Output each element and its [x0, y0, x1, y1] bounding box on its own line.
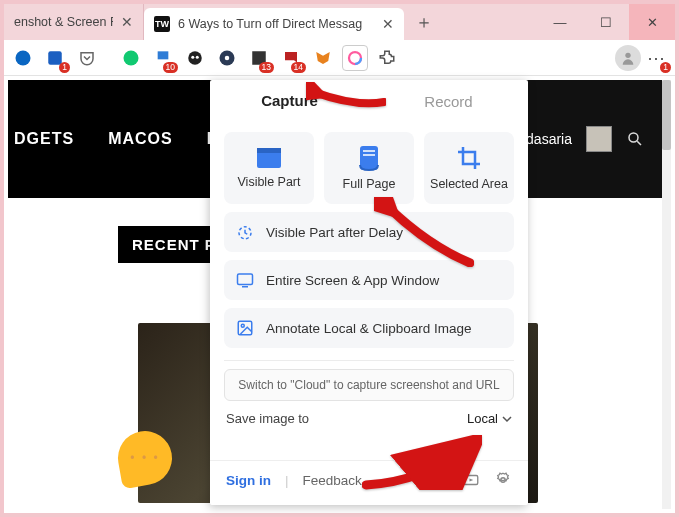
pocket-icon[interactable] [74, 45, 100, 71]
panel-footer: Sign in | Feedback [210, 460, 528, 499]
svg-rect-20 [238, 274, 253, 285]
annotate-image-button[interactable]: Annotate Local & Clipboard Image [224, 308, 514, 348]
screen-icon [236, 271, 254, 289]
gear-icon[interactable] [494, 471, 512, 489]
card-label: Visible Part [238, 175, 301, 189]
feedback-link[interactable]: Feedback [303, 473, 362, 488]
browser-toolbar: 1 10 13 14 ⋯1 [4, 40, 675, 76]
svg-rect-17 [363, 150, 375, 152]
svg-point-5 [191, 55, 194, 58]
svg-rect-15 [257, 148, 281, 153]
minimize-button[interactable]: — [537, 4, 583, 40]
close-tab-icon[interactable]: ✕ [382, 16, 394, 32]
tab-title: 6 Ways to Turn off Direct Messag [178, 17, 374, 31]
tab-inactive[interactable]: enshot & Screen R ✕ [4, 4, 144, 40]
capture-visible-part-button[interactable]: Visible Part [224, 132, 314, 204]
scroll-page-icon [357, 145, 381, 171]
dest-value: Local [467, 411, 498, 426]
svg-point-12 [625, 52, 630, 57]
search-icon[interactable] [626, 130, 644, 148]
tab-record[interactable]: Record [369, 80, 528, 122]
svg-point-4 [188, 51, 202, 65]
panel-tabs: Capture Record [210, 80, 528, 122]
card-label: Selected Area [430, 177, 508, 191]
extension-icon[interactable]: 14 [278, 45, 304, 71]
close-tab-icon[interactable]: ✕ [121, 14, 133, 30]
chevron-down-icon [502, 414, 512, 424]
timer-icon [236, 223, 254, 241]
svg-rect-1 [48, 51, 62, 65]
extensions-menu-icon[interactable] [374, 45, 400, 71]
nav-item[interactable]: DGETS [14, 130, 74, 148]
profile-avatar[interactable] [615, 45, 641, 71]
visible-part-after-delay-button[interactable]: Visible Part after Delay [224, 212, 514, 252]
metamask-icon[interactable] [310, 45, 336, 71]
extension-icon[interactable]: 13 [246, 45, 272, 71]
svg-rect-21 [238, 321, 252, 335]
tw-favicon: TW [154, 16, 170, 32]
svg-rect-3 [158, 51, 169, 59]
tab-title: enshot & Screen R [14, 15, 113, 29]
extension-icon[interactable] [214, 45, 240, 71]
save-label: Save image to [226, 411, 309, 426]
author-avatar[interactable] [586, 126, 612, 152]
scrollbar-thumb[interactable] [662, 80, 671, 150]
row-label: Visible Part after Delay [266, 225, 403, 240]
close-window-button[interactable]: ✕ [629, 4, 675, 40]
sign-in-link[interactable]: Sign in [226, 473, 271, 488]
tab-capture[interactable]: Capture [210, 80, 369, 122]
svg-point-22 [241, 324, 244, 327]
nav-item[interactable]: MACOS [108, 130, 173, 148]
nimbus-capture-panel: Capture Record Visible Part Full Page Se… [210, 80, 528, 505]
row-label: Entire Screen & App Window [266, 273, 439, 288]
svg-point-8 [225, 55, 230, 60]
menu-button[interactable]: ⋯1 [643, 45, 669, 71]
entire-screen-button[interactable]: Entire Screen & App Window [224, 260, 514, 300]
switch-cloud-button[interactable]: Switch to "Cloud" to capture screenshot … [224, 369, 514, 401]
badge: 13 [259, 62, 274, 73]
switch-hint: Switch to "Cloud" to capture screenshot … [238, 378, 499, 392]
crop-icon [456, 145, 482, 171]
extension-icon[interactable] [182, 45, 208, 71]
browser-titlebar: enshot & Screen R ✕ TW 6 Ways to Turn of… [4, 4, 675, 40]
extension-icon[interactable] [10, 45, 36, 71]
svg-point-13 [629, 133, 638, 142]
window-controls: — ☐ ✕ [537, 4, 675, 40]
capture-selected-area-button[interactable]: Selected Area [424, 132, 514, 204]
grammarly-icon[interactable] [118, 45, 144, 71]
divider [224, 360, 514, 361]
chat-bubble-icon [114, 427, 177, 490]
scrollbar-track[interactable] [662, 80, 671, 509]
row-label: Annotate Local & Clipboard Image [266, 321, 472, 336]
extension-icon[interactable]: 10 [150, 45, 176, 71]
badge: 10 [163, 62, 178, 73]
video-icon[interactable] [462, 471, 480, 489]
svg-rect-16 [360, 146, 378, 170]
save-destination-dropdown[interactable]: Local [467, 411, 512, 426]
tab-active[interactable]: TW 6 Ways to Turn off Direct Messag ✕ [144, 8, 404, 40]
card-label: Full Page [343, 177, 396, 191]
badge: 1 [59, 62, 70, 73]
svg-point-2 [124, 50, 139, 65]
badge: 1 [660, 62, 671, 73]
save-destination-row: Save image to Local [210, 401, 528, 430]
svg-point-6 [196, 55, 199, 58]
divider [106, 45, 112, 71]
svg-rect-18 [363, 154, 375, 156]
new-tab-button[interactable]: ＋ [404, 4, 444, 40]
nimbus-icon[interactable] [342, 45, 368, 71]
maximize-button[interactable]: ☐ [583, 4, 629, 40]
capture-full-page-button[interactable]: Full Page [324, 132, 414, 204]
image-icon [236, 319, 254, 337]
window-icon [256, 147, 282, 169]
badge: 14 [291, 62, 306, 73]
svg-point-0 [16, 50, 31, 65]
extension-icon[interactable]: 1 [42, 45, 68, 71]
